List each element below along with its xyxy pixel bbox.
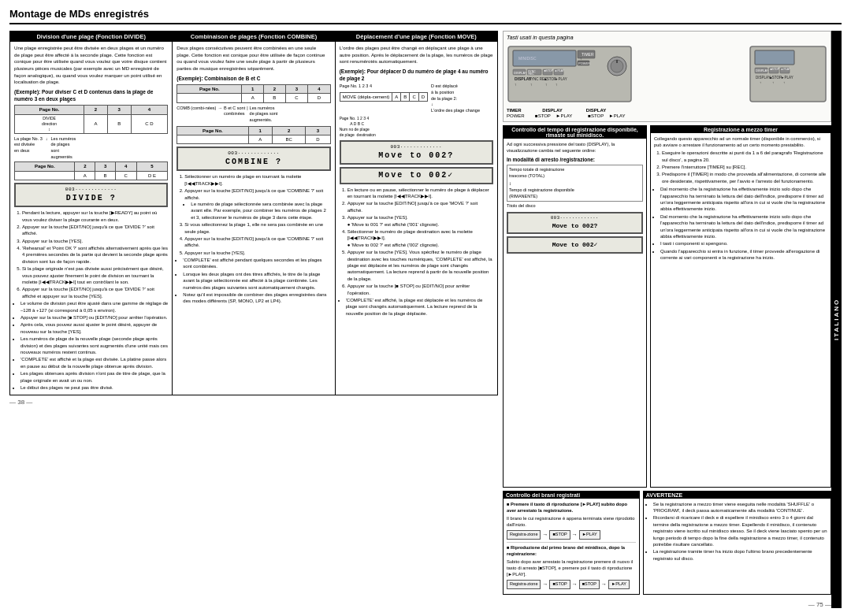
right-inner: Tasti usati in questa pagina MI [503,31,842,608]
svg-text:↑: ↑ [530,83,532,87]
reg-flow1: Registra-zione → ■STOP → ►PLAY [507,530,636,540]
secondary-device: DISPLAY ■STOP ►PLAY DISPLAY ■STOP ►PLAY [749,43,827,106]
combine-example-label: (Exemple): Combinaison de B et C [177,75,330,82]
combine-after-table: Page No. 1 2 3 A BC D [177,126,330,145]
controllo-tempo-text: Ad ogni successiva pressione del tasto (… [507,141,643,254]
svg-text:■STOP: ■STOP [771,68,780,71]
move-display-text1: Move to 002? [378,150,454,161]
reg-arrow2: → [572,531,578,539]
svg-text:TIMER: TIMER [582,52,594,57]
page-container: Montage de MDs enregistrés Division d'un… [0,0,851,616]
power-label: POWER [507,113,525,118]
main-device-svg: MINIDISC DISPLAY SYNC REC [507,43,633,106]
section-combine-intro: Deux plages consécutives peuvent être co… [177,45,330,305]
move-display-right-text1: Move to 002? [552,221,598,230]
combine-before-table: Page No. 1 2 3 4 A B [177,84,330,103]
svg-text:■STOP: ■STOP [544,69,554,72]
brani-header: Controllo dei brani registrati [504,492,639,499]
main-device: MINIDISC DISPLAY SYNC REC [507,43,742,106]
play-label: ►PLAY [556,113,572,118]
right-content: Tasti usati in questa pagina MI [503,31,831,608]
section-divide-intro: Une plage enregistrée peut être divisée … [14,45,168,391]
move-display-text2: Move to 002✓ [378,170,454,181]
divide-steps: Pendant la lecture, appuyer sur la touch… [14,210,168,299]
bottom-sections: Controllo dei brani registrati ■ Premere… [503,491,831,595]
section-avvertenze: AVVERTENZE Se la registrazione a mezzo t… [643,491,831,595]
svg-text:DISPLAY: DISPLAY [756,76,771,80]
reg-arrow3: → [542,581,548,588]
svg-text:►PLAY: ►PLAY [781,68,791,71]
play2-label: ►PLAY [609,113,626,118]
divide-example-label: (Exemple): Pour diviser C et D contenus … [14,88,168,102]
brani-text: ■ Premere il tasto di riproduzione [►PLA… [507,501,636,589]
registrazione-header: Registrazione a mezzo timer [651,126,831,133]
main-content: Division d'une plage (Fonction DIVIDE) U… [9,31,842,608]
svg-text:↑: ↑ [545,83,547,87]
divide-table-before: Page No. 2 3 4 DIVIDEdirection↕ A B C D [14,105,168,180]
move-table-area: Page No. 1 2 3 4 MOVE (dépla-cement) A B… [340,83,493,137]
reg-box-registrazione: Registra-zione [507,530,541,540]
section-move-intro: L'ordre des plages peut être changé en d… [340,45,493,317]
svg-text:↑: ↑ [515,83,516,87]
tasti-area: Tasti usati in questa pagina MI [503,31,831,122]
page-num-right: — 75 — [503,598,831,608]
svg-text:POWER: POWER [578,61,590,65]
svg-text:►PLAY: ►PLAY [555,69,565,72]
disc-title-label: Titolo del disco [507,203,535,208]
display2-label: DISPLAY [586,108,606,113]
move-display1: 003············· Move to 002? [340,140,493,165]
svg-text:↑: ↑ [772,80,774,84]
reg-box-registrazione2: Registra-zione [507,580,541,589]
timer-label: TIMER [507,108,522,113]
display-items-box: Tempo totale di registrazionetrascorso (… [507,165,643,202]
svg-text:►PLAY: ►PLAY [555,77,567,81]
divide-display1: 003············· DIVIDE ? [14,183,168,207]
svg-text:DISPLAY: DISPLAY [514,71,527,75]
section-combine-header: Combinaison de plages (Fonction COMBINE) [173,32,334,42]
controllo-tempo-header: Controllo del tempo di registrazione dis… [504,126,646,139]
display-label: DISPLAY [542,108,562,113]
section-brani: Controllo dei brani registrati ■ Premere… [503,491,640,595]
page-title: Montage de MDs enregistrés [9,8,842,24]
avvertenze-text: Se la registrazione a mezzo timer viene … [647,501,827,562]
play-note: ■ Premere il tasto di riproduzione [►PLA… [507,501,636,514]
reg-box-play2: ►PLAY [608,580,630,589]
section-move-header: Déplacement d'une plage (Fonction MOVE) [336,32,497,42]
registrazione-text: Collegando questo apparecchio ad un norm… [654,135,827,261]
combine-steps: Sélectionner un numéro de plage en tourn… [177,173,330,256]
device-schematics: MINIDISC DISPLAY SYNC REC [507,43,827,106]
svg-text:REC: REC [529,72,535,76]
stop2-label: ■STOP [588,113,604,118]
reg-arrow4: → [572,581,578,588]
reg-box-stop2: ■STOP [549,580,570,589]
reg-arrow1: → [542,531,548,539]
divide-bullets: Le volume de division peut être ajusté d… [14,300,168,391]
section-move: Déplacement d'une plage (Fonction MOVE) … [336,32,497,395]
top-three-cols: Division d'une plage (Fonction DIVIDE) U… [9,31,498,395]
section-controllo-tempo: Controllo del tempo di registrazione dis… [503,125,647,488]
combine-display1: 003············· COMBINE ? [177,147,330,171]
brani-note: Il brano le cui registrazione è appena t… [507,515,636,528]
combine-table-area: Page No. 1 2 3 4 A B [177,84,330,145]
secondary-device-svg: DISPLAY ■STOP ►PLAY DISPLAY ■STOP ►PLAY [749,43,827,106]
section-divide: Division d'une plage (Fonction DIVIDE) U… [10,32,173,395]
move-bullets: 'COMPLETE' est affiché, la plage est dép… [340,297,493,317]
divide-display-text: DIVIDE ? [66,193,117,204]
page-num-left: — 38 — [9,395,498,406]
move-display-right1: 003············· Move to 002? [507,212,643,233]
svg-text:MINIDISC: MINIDISC [518,56,537,61]
primo-brano-label: ■ Riproduzione dal primo brano del minid… [507,544,636,557]
move-steps: En lecture ou en pause, sélectionner le … [340,187,493,296]
reg-box-stop: ■STOP [549,530,570,540]
registrazione-notes: Dal momento che la registrazione ha effe… [654,186,827,261]
divide-after-table: Page No. 2 3 4 5 A B [14,161,168,180]
left-panel: Division d'une plage (Fonction DIVIDE) U… [9,31,498,608]
divide-before-table: Page No. 2 3 4 DIVIDEdirection↕ A B C D [14,105,168,133]
stop-label: ■STOP [535,113,551,118]
svg-text:↑: ↑ [760,80,761,84]
section-registrazione: Registrazione a mezzo timer Collegando q… [650,125,831,488]
svg-text:DISPLAY: DISPLAY [756,69,769,72]
reg-flow2: Registra-zione → ■STOP → ■STOP → ►PLAY [507,580,636,589]
middle-sections: Controllo del tempo di registrazione dis… [503,125,831,488]
reg-arrow5: → [601,581,607,588]
